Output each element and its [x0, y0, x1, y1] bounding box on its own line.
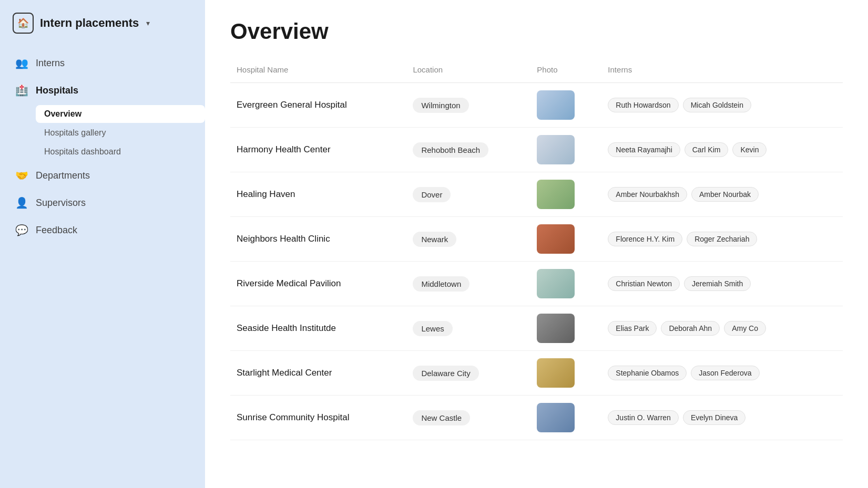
- sidebar-item-feedback[interactable]: 💬 Feedback: [0, 217, 205, 243]
- intern-badge[interactable]: Carl Kim: [685, 142, 729, 157]
- hospital-photo: [537, 135, 575, 164]
- intern-badge[interactable]: Ruth Howardson: [608, 98, 678, 112]
- supervisors-icon: 👤: [15, 196, 28, 209]
- sidebar-item-feedback-label: Feedback: [36, 225, 77, 236]
- hospitals-subnav: Overview Hospitals gallery Hospitals das…: [0, 105, 205, 161]
- subnav-dashboard[interactable]: Hospitals dashboard: [36, 143, 205, 161]
- table-row: Riverside Medical PavilionMiddletownChri…: [230, 262, 843, 306]
- hospital-name-cell: Seaside Health Institutde: [230, 306, 406, 351]
- subnav-gallery[interactable]: Hospitals gallery: [36, 124, 205, 142]
- sidebar-item-hospitals[interactable]: 🏥 Hospitals: [0, 78, 205, 103]
- intern-badge[interactable]: Micah Goldstein: [683, 98, 751, 112]
- location-badge: Newark: [413, 232, 456, 247]
- location-cell: Delaware City: [406, 351, 530, 396]
- hospital-name-cell: Sunrise Community Hospital: [230, 396, 406, 440]
- overview-table: Hospital Name Location Photo Interns Eve…: [230, 61, 843, 440]
- intern-badge[interactable]: Stephanie Obamos: [608, 366, 687, 380]
- photo-cell: [530, 83, 601, 128]
- page-title: Overview: [230, 19, 843, 44]
- col-photo: Photo: [530, 61, 601, 83]
- hospital-name-cell: Harmony Health Center: [230, 128, 406, 172]
- hospital-name[interactable]: Seaside Health Institutde: [237, 323, 336, 333]
- app-title-chevron: ▾: [146, 19, 150, 27]
- hospital-photo: [537, 269, 575, 298]
- table-row: Harmony Health CenterRehoboth BeachNeeta…: [230, 128, 843, 172]
- table-row: Starlight Medical CenterDelaware CitySte…: [230, 351, 843, 396]
- photo-cell: [530, 172, 601, 217]
- table-row: Sunrise Community HospitalNew CastleJust…: [230, 396, 843, 440]
- hospital-name-cell: Neighbors Health Clinic: [230, 217, 406, 262]
- col-interns: Interns: [601, 61, 843, 83]
- hospital-name[interactable]: Healing Haven: [237, 189, 295, 199]
- hospital-name[interactable]: Sunrise Community Hospital: [237, 412, 349, 422]
- hospital-name[interactable]: Neighbors Health Clinic: [237, 234, 330, 244]
- photo-cell: [530, 351, 601, 396]
- intern-badge[interactable]: Evelyn Dineva: [683, 410, 746, 425]
- hospital-photo: [537, 314, 575, 343]
- hospital-name[interactable]: Harmony Health Center: [237, 144, 331, 154]
- departments-icon: 🤝: [15, 169, 28, 182]
- main-content: Overview Hospital Name Location Photo In…: [205, 0, 868, 488]
- hospital-photo: [537, 403, 575, 432]
- interns-cell: Neeta RayamajhiCarl KimKevin: [601, 128, 843, 172]
- location-badge: Wilmington: [413, 98, 468, 113]
- photo-cell: [530, 396, 601, 440]
- location-badge: Lewes: [413, 321, 452, 336]
- intern-badge[interactable]: Deborah Ahn: [661, 321, 720, 336]
- sidebar-nav: 👥 Interns 🏥 Hospitals Overview Hospitals…: [0, 50, 205, 243]
- hospital-photo: [537, 224, 575, 254]
- intern-badge[interactable]: Jeremiah Smith: [684, 276, 751, 291]
- sidebar-item-interns-label: Interns: [36, 58, 65, 69]
- hospital-name-cell: Healing Haven: [230, 172, 406, 217]
- intern-badge[interactable]: Amber Nourbak: [691, 187, 759, 202]
- intern-badge[interactable]: Florence H.Y. Kim: [608, 232, 682, 246]
- location-badge: Rehoboth Beach: [413, 142, 488, 158]
- hospital-photo: [537, 358, 575, 388]
- intern-badge[interactable]: Amber Nourbakhsh: [608, 187, 687, 202]
- table-row: Evergreen General HospitalWilmingtonRuth…: [230, 83, 843, 128]
- sidebar-item-supervisors-label: Supervisors: [36, 198, 86, 209]
- location-cell: Newark: [406, 217, 530, 262]
- col-hospital-name: Hospital Name: [230, 61, 406, 83]
- intern-badge[interactable]: Roger Zechariah: [687, 232, 757, 246]
- hospital-name[interactable]: Riverside Medical Pavilion: [237, 278, 341, 288]
- hospital-photo: [537, 180, 575, 209]
- col-location: Location: [406, 61, 530, 83]
- hospital-name[interactable]: Evergreen General Hospital: [237, 100, 347, 110]
- interns-cell: Justin O. WarrenEvelyn Dineva: [601, 396, 843, 440]
- interns-cell: Elias ParkDeborah AhnAmy Co: [601, 306, 843, 351]
- sidebar-item-interns[interactable]: 👥 Interns: [0, 50, 205, 76]
- intern-badge[interactable]: Amy Co: [724, 321, 766, 336]
- interns-cell: Florence H.Y. KimRoger Zechariah: [601, 217, 843, 262]
- interns-cell: Amber NourbakhshAmber Nourbak: [601, 172, 843, 217]
- hospital-photo: [537, 90, 575, 120]
- location-cell: Dover: [406, 172, 530, 217]
- hospitals-icon: 🏥: [15, 84, 28, 97]
- table-row: Healing HavenDoverAmber NourbakhshAmber …: [230, 172, 843, 217]
- sidebar-item-departments[interactable]: 🤝 Departments: [0, 163, 205, 188]
- sidebar-item-departments-label: Departments: [36, 170, 90, 181]
- intern-badge[interactable]: Neeta Rayamajhi: [608, 142, 680, 157]
- intern-badge[interactable]: Kevin: [732, 142, 767, 157]
- intern-badge[interactable]: Jason Federova: [691, 366, 759, 380]
- subnav-overview[interactable]: Overview: [36, 105, 205, 123]
- app-title: Intern placements: [40, 16, 139, 30]
- photo-cell: [530, 306, 601, 351]
- hospital-name[interactable]: Starlight Medical Center: [237, 368, 332, 378]
- hospital-name-cell: Evergreen General Hospital: [230, 83, 406, 128]
- intern-badge[interactable]: Elias Park: [608, 321, 657, 336]
- intern-badge[interactable]: Justin O. Warren: [608, 410, 679, 425]
- sidebar-item-supervisors[interactable]: 👤 Supervisors: [0, 190, 205, 215]
- photo-cell: [530, 262, 601, 306]
- location-badge: Dover: [413, 187, 451, 202]
- location-cell: Rehoboth Beach: [406, 128, 530, 172]
- hospital-name-cell: Starlight Medical Center: [230, 351, 406, 396]
- photo-cell: [530, 217, 601, 262]
- hospital-name-cell: Riverside Medical Pavilion: [230, 262, 406, 306]
- feedback-icon: 💬: [15, 224, 28, 236]
- sidebar-header: 🏠 Intern placements ▾: [0, 13, 205, 50]
- sidebar-item-hospitals-label: Hospitals: [36, 85, 78, 96]
- interns-icon: 👥: [15, 57, 28, 69]
- intern-badge[interactable]: Christian Newton: [608, 276, 680, 291]
- table-row: Seaside Health InstitutdeLewesElias Park…: [230, 306, 843, 351]
